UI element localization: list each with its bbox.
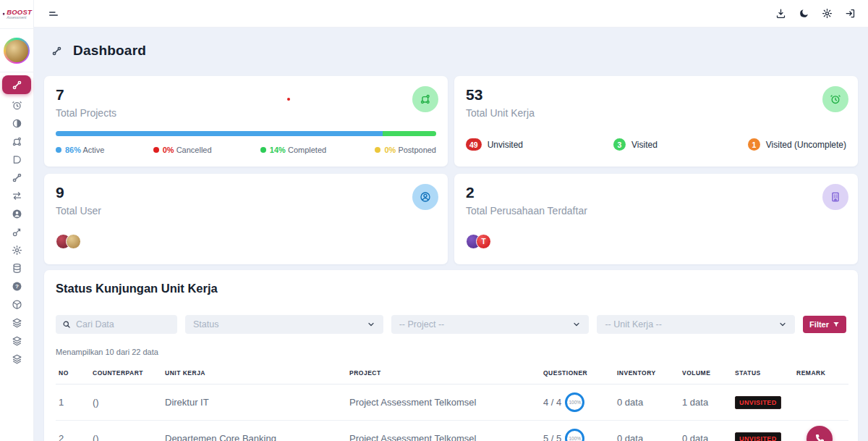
companies-card-icon (822, 184, 848, 210)
column-header: STATUS (732, 361, 793, 385)
logout-button[interactable] (843, 6, 858, 21)
stat-label: Total Perusahaan Terdaftar (466, 205, 846, 217)
status-select-placeholder: Status (193, 319, 218, 329)
status-select[interactable]: Status (185, 315, 383, 334)
sidebar-item-2-contrast[interactable] (2, 114, 31, 133)
phone-icon (814, 433, 825, 441)
legend-dot (375, 147, 380, 153)
moon-button[interactable] (796, 6, 812, 21)
legend-item: 0% Postponed (375, 146, 436, 154)
shape-icon (12, 154, 22, 165)
column-header: NO (56, 361, 90, 385)
cell-remark (793, 385, 848, 421)
arrows-icon (12, 190, 22, 201)
stat-cards: 7 Total Projects 86% Active0% Cancelled1… (44, 76, 858, 264)
sidebar-item-6-arrows[interactable] (2, 187, 31, 205)
cell-unit-kerja: Departemen Core Banking (162, 421, 346, 441)
help-icon (12, 281, 22, 292)
page-title: Dashboard (73, 43, 146, 59)
brand[interactable]: BOOST Assessment (0, 0, 33, 29)
menu-icon (48, 8, 59, 20)
cell-questioner: 5 / 5100% (540, 421, 614, 441)
topbar (34, 0, 868, 28)
table-head-row: NOCOUNTERPARTUNIT KERJAPROJECTQUESTIONER… (56, 361, 848, 385)
sidebar-item-3-sitemap[interactable] (2, 133, 31, 151)
balloon-logo-icon (2, 8, 5, 20)
link-icon (12, 172, 22, 183)
sidebar-item-0-link[interactable] (2, 75, 31, 94)
stat-value: 7 (56, 86, 436, 104)
stat-value: 53 (466, 86, 846, 104)
menu-button[interactable] (48, 8, 59, 20)
sidebar-item-1-alarm[interactable] (2, 96, 31, 114)
download-icon (775, 8, 786, 19)
avatar: T (476, 234, 491, 249)
project-select-placeholder: -- Project -- (399, 319, 445, 329)
card-total-user: 9 Total User (44, 174, 448, 264)
sidebar-item-7-support[interactable] (2, 205, 31, 223)
sidebar-item-12-globe[interactable] (2, 295, 31, 314)
projects-progress-bar (56, 131, 436, 136)
download-button[interactable] (773, 6, 788, 21)
sidebar-item-10-database[interactable] (2, 259, 31, 277)
visit-status-badge: 49Unvisited (466, 138, 523, 151)
result-summary: Menampilkan 10 dari 22 data (56, 348, 846, 356)
badge-label: Unvisited (488, 140, 523, 150)
column-header: REMARK (793, 361, 848, 385)
logout-icon (845, 8, 856, 19)
cell-counterpart: () (90, 421, 162, 441)
legend-dot (260, 147, 266, 153)
sidebar-item-8-key[interactable] (2, 223, 31, 241)
link-icon (12, 80, 22, 91)
sidebar-item-14-layers[interactable] (2, 332, 31, 350)
layers-icon (12, 353, 22, 364)
stat-label: Total User (56, 205, 436, 217)
card-total-perusahaan: 2 Total Perusahaan Terdaftar T (454, 174, 858, 264)
gear-button[interactable] (820, 6, 835, 21)
sitemap-icon (420, 93, 431, 105)
cell-volume: 0 data (679, 421, 732, 441)
questioner-progress-ring: 100% (565, 429, 584, 441)
table-row: 1 () Direktur IT Project Assessment Telk… (56, 385, 848, 421)
filter-button[interactable]: Filter (803, 316, 846, 333)
column-header: UNIT KERJA (162, 361, 346, 385)
cell-inventory: 0 data (614, 385, 679, 421)
red-dot (287, 98, 290, 101)
project-select[interactable]: -- Project -- (391, 315, 590, 334)
sidebar-item-9-gear[interactable] (2, 241, 31, 259)
visit-status-badge: 1Visited (Uncomplete) (748, 138, 846, 151)
search-input[interactable] (76, 319, 171, 329)
sidebar-item-13-layers[interactable] (2, 314, 31, 332)
chevron-down-icon (778, 320, 787, 329)
sidebar-item-4-shape[interactable] (2, 151, 31, 169)
remark-phone-button[interactable] (807, 426, 833, 441)
section-title: Status Kunjungan Unit Kerja (56, 282, 846, 295)
unit-kerja-table: NOCOUNTERPARTUNIT KERJAPROJECTQUESTIONER… (56, 361, 848, 441)
unit-kerja-select[interactable]: -- Unit Kerja -- (597, 315, 795, 334)
projects-legend: 86% Active0% Cancelled14% Completed0% Po… (56, 146, 436, 154)
sidebar-item-11-help[interactable] (2, 277, 31, 295)
chevron-down-icon (367, 320, 375, 329)
globe-icon (12, 299, 22, 310)
column-header: PROJECT (346, 361, 540, 385)
column-header: VOLUME (679, 361, 732, 385)
sidebar: BOOST Assessment (0, 0, 34, 441)
stat-label: Total Projects (56, 107, 436, 119)
sidebar-item-15-layers[interactable] (2, 350, 31, 368)
user-avatar[interactable] (4, 38, 30, 64)
stat-value: 9 (56, 184, 436, 201)
link-icon (51, 46, 62, 56)
cell-project: Project Assessment Telkomsel (346, 421, 540, 441)
cell-questioner: 4 / 4100% (540, 385, 614, 421)
alarm-icon (12, 100, 22, 111)
status-badge: UNVISITED (735, 396, 781, 409)
building-icon (830, 191, 841, 203)
app-window: BOOST Assessment Dashboard 7 (0, 0, 868, 441)
sidebar-nav (0, 72, 33, 368)
layers-icon (12, 335, 22, 346)
sidebar-item-5-link[interactable] (2, 169, 31, 187)
sitemap-icon (12, 136, 22, 147)
page-content: Dashboard 7 Total Projects 86% Active0% … (34, 28, 868, 441)
legend-dot (56, 147, 61, 153)
moon-icon (799, 8, 809, 19)
